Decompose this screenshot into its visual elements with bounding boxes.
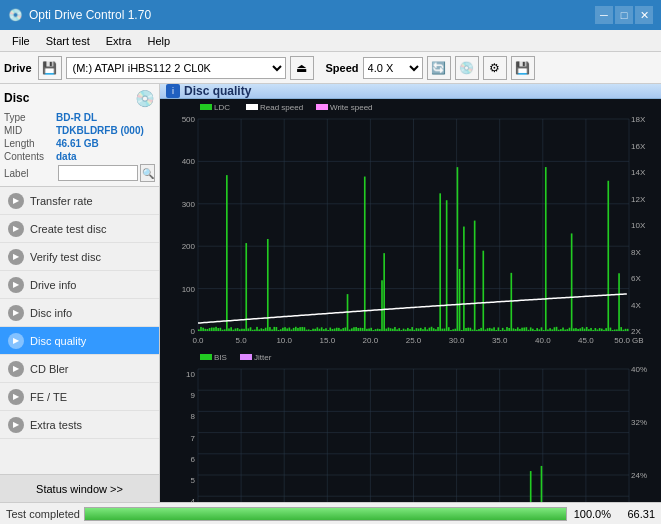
cd-bler-icon: ▶: [8, 361, 24, 377]
charts-area: [160, 99, 661, 502]
sidebar-item-create-test-disc[interactable]: ▶ Create test disc: [0, 215, 159, 243]
drive-icon-btn[interactable]: 💾: [38, 56, 62, 80]
type-value: BD-R DL: [56, 112, 97, 123]
disc-quality-icon: ▶: [8, 333, 24, 349]
menu-start-test[interactable]: Start test: [38, 33, 98, 49]
save-button[interactable]: 💾: [511, 56, 535, 80]
eject-button[interactable]: ⏏: [290, 56, 314, 80]
status-text: Test completed: [6, 508, 80, 520]
status-window-button[interactable]: Status window >>: [0, 474, 159, 502]
minimize-button[interactable]: ─: [595, 6, 613, 24]
panel-title-bar: i Disc quality: [160, 84, 661, 99]
mid-label: MID: [4, 125, 56, 136]
main-content: i Disc quality LDC BIS Jitter: [160, 84, 661, 502]
sidebar-item-extra-tests[interactable]: ▶ Extra tests: [0, 411, 159, 439]
verify-test-disc-icon: ▶: [8, 249, 24, 265]
progress-percent: 100.0%: [571, 508, 611, 520]
sidebar-item-fe-te[interactable]: ▶ FE / TE: [0, 383, 159, 411]
menu-bar: File Start test Extra Help: [0, 30, 661, 52]
drive-info-label: Drive info: [30, 279, 76, 291]
extra-tests-icon: ▶: [8, 417, 24, 433]
disc-section: Disc 💿 Type BD-R DL MID TDKBLDRFB (000) …: [0, 84, 159, 187]
menu-extra[interactable]: Extra: [98, 33, 140, 49]
maximize-button[interactable]: □: [615, 6, 633, 24]
close-button[interactable]: ✕: [635, 6, 653, 24]
drive-label: Drive: [4, 62, 32, 74]
statusbar: Test completed 100.0% 66.31: [0, 502, 661, 524]
progress-track: [84, 507, 567, 521]
create-test-disc-label: Create test disc: [30, 223, 106, 235]
panel-title: Disc quality: [184, 84, 251, 98]
status-window-text: Status window >>: [36, 483, 123, 495]
app-title: 💿 Opti Drive Control 1.70: [8, 8, 151, 22]
nav-items: ▶ Transfer rate ▶ Create test disc ▶ Ver…: [0, 187, 159, 474]
menu-file[interactable]: File: [4, 33, 38, 49]
drive-select[interactable]: (M:) ATAPI iHBS112 2 CL0K: [66, 57, 286, 79]
length-value: 46.61 GB: [56, 138, 99, 149]
app-title-text: Opti Drive Control 1.70: [29, 8, 151, 22]
disc-button[interactable]: 💿: [455, 56, 479, 80]
settings-button[interactable]: ⚙: [483, 56, 507, 80]
contents-label: Contents: [4, 151, 56, 162]
sidebar-item-verify-test-disc[interactable]: ▶ Verify test disc: [0, 243, 159, 271]
disc-title: Disc: [4, 91, 29, 105]
ldc-read-speed-chart: [160, 99, 661, 349]
main-layout: Disc 💿 Type BD-R DL MID TDKBLDRFB (000) …: [0, 84, 661, 502]
panel-icon: i: [166, 84, 180, 98]
create-test-disc-icon: ▶: [8, 221, 24, 237]
verify-test-disc-label: Verify test disc: [30, 251, 101, 263]
disc-icon: 💿: [135, 88, 155, 108]
app-icon: 💿: [8, 8, 23, 22]
label-search-button[interactable]: 🔍: [140, 164, 155, 182]
speed-select[interactable]: 4.0 X: [363, 57, 423, 79]
toolbar: Drive 💾 (M:) ATAPI iHBS112 2 CL0K ⏏ Spee…: [0, 52, 661, 84]
extra-tests-label: Extra tests: [30, 419, 82, 431]
sidebar-item-disc-quality[interactable]: ▶ Disc quality: [0, 327, 159, 355]
type-label: Type: [4, 112, 56, 123]
progress-fill: [85, 508, 566, 520]
cd-bler-label: CD Bler: [30, 363, 69, 375]
title-bar: 💿 Opti Drive Control 1.70 ─ □ ✕: [0, 0, 661, 30]
disc-info-icon: ▶: [8, 305, 24, 321]
label-input[interactable]: [58, 165, 138, 181]
fe-te-label: FE / TE: [30, 391, 67, 403]
length-label: Length: [4, 138, 56, 149]
transfer-rate-label: Transfer rate: [30, 195, 93, 207]
disc-quality-label: Disc quality: [30, 335, 86, 347]
speed-label: Speed: [326, 62, 359, 74]
sidebar-item-disc-info[interactable]: ▶ Disc info: [0, 299, 159, 327]
sidebar-item-transfer-rate[interactable]: ▶ Transfer rate: [0, 187, 159, 215]
sidebar-item-drive-info[interactable]: ▶ Drive info: [0, 271, 159, 299]
window-controls: ─ □ ✕: [595, 6, 653, 24]
contents-value: data: [56, 151, 77, 162]
transfer-rate-icon: ▶: [8, 193, 24, 209]
sidebar-item-cd-bler[interactable]: ▶ CD Bler: [0, 355, 159, 383]
menu-help[interactable]: Help: [139, 33, 178, 49]
mid-value: TDKBLDRFB (000): [56, 125, 144, 136]
bis-jitter-chart: [160, 349, 661, 502]
drive-info-icon: ▶: [8, 277, 24, 293]
statusbar-right-value: 66.31: [615, 508, 655, 520]
fe-te-icon: ▶: [8, 389, 24, 405]
refresh-button[interactable]: 🔄: [427, 56, 451, 80]
disc-info-label: Disc info: [30, 307, 72, 319]
label-label: Label: [4, 168, 56, 179]
sidebar: Disc 💿 Type BD-R DL MID TDKBLDRFB (000) …: [0, 84, 160, 502]
